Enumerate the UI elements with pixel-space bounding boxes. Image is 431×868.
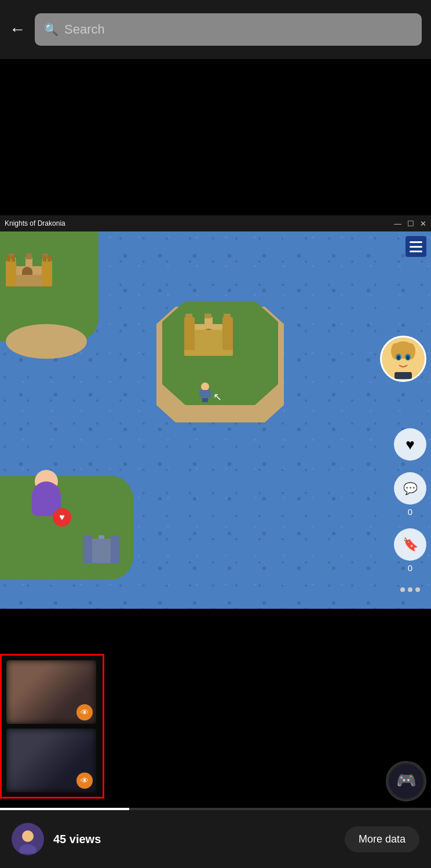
castle-icon-bottom-left — [81, 528, 122, 566]
svg-rect-41 — [202, 398, 205, 402]
close-button[interactable]: ✕ — [420, 219, 426, 228]
hamburger-line — [410, 246, 422, 248]
search-icon: 🔍 — [44, 23, 59, 36]
svg-rect-36 — [111, 535, 120, 563]
bottom-avatar[interactable] — [12, 823, 44, 855]
hamburger-line — [410, 241, 422, 243]
eye-icon-2: 👁 — [81, 776, 89, 785]
svg-point-53 — [406, 355, 410, 360]
bottom-avatar-image — [13, 825, 42, 854]
elf-character-avatar[interactable] — [380, 336, 426, 382]
game-character — [197, 382, 213, 404]
elf-face-svg — [383, 339, 423, 379]
hamburger-line — [410, 251, 422, 252]
title-bar: Knights of Drakonia — ☐ ✕ — [0, 215, 431, 231]
svg-rect-21 — [204, 314, 211, 318]
action-buttons: ♥ 💬 0 🔖 0 — [394, 428, 426, 592]
comment-count: 0 — [408, 507, 412, 517]
views-count: 45 views — [53, 833, 335, 846]
svg-rect-54 — [395, 372, 412, 379]
svg-rect-14 — [43, 256, 46, 262]
black-gap-area — [0, 59, 431, 215]
svg-rect-10 — [6, 260, 16, 286]
svg-rect-39 — [199, 390, 203, 397]
eye-badge-2: 👁 — [76, 773, 93, 789]
svg-rect-27 — [222, 317, 233, 350]
dot-2 — [408, 587, 412, 592]
like-button-container: ♥ — [394, 428, 426, 461]
game-title: Knights of Drakonia — [5, 219, 65, 227]
thumbnail-item-2[interactable]: 👁 — [6, 729, 96, 792]
thumbnail-item-1[interactable]: 👁 — [6, 660, 96, 724]
hamburger-menu-button[interactable] — [406, 236, 426, 257]
cursor-icon: ↖ — [213, 391, 222, 403]
svg-text:🎮: 🎮 — [396, 771, 417, 790]
svg-point-52 — [397, 355, 400, 360]
svg-rect-18 — [204, 317, 213, 326]
window-controls: — ☐ ✕ — [394, 219, 426, 228]
svg-rect-15 — [48, 256, 51, 262]
svg-point-58 — [22, 830, 34, 842]
search-bar[interactable]: 🔍 — [35, 13, 422, 46]
comment-button-container: 💬 0 — [394, 472, 426, 517]
svg-rect-26 — [184, 317, 195, 350]
svg-rect-11 — [42, 260, 52, 286]
dot-1 — [400, 587, 405, 592]
back-button[interactable]: ← — [9, 21, 25, 38]
character-sprite — [197, 382, 213, 402]
game-window: Knights of Drakonia — ☐ ✕ — [0, 215, 431, 609]
more-data-button[interactable]: More data — [345, 826, 419, 852]
castle-icon-top-left — [6, 243, 52, 289]
more-options-button[interactable] — [400, 587, 420, 592]
like-button[interactable]: ♥ — [394, 428, 426, 461]
bookmark-button-container: 🔖 0 — [394, 528, 426, 573]
svg-rect-5 — [26, 253, 32, 259]
bookmark-button[interactable]: 🔖 — [394, 528, 426, 561]
header: ← 🔍 — [0, 0, 431, 59]
eye-icon-1: 👁 — [81, 708, 89, 717]
bottom-bar: 45 views More data — [0, 810, 431, 868]
bottom-right-circular-thumbnail[interactable]: 🎮 — [386, 761, 426, 801]
castle-top-left — [6, 243, 52, 295]
minimize-button[interactable]: — — [394, 219, 401, 228]
circular-thumb-image: 🎮 — [389, 764, 423, 799]
svg-rect-42 — [205, 398, 208, 402]
svg-rect-35 — [83, 535, 92, 563]
heart-badge: ♥ — [53, 508, 71, 527]
purple-character: ♥ — [32, 481, 67, 522]
game-map: ↖ — [0, 231, 431, 609]
svg-rect-12 — [7, 256, 10, 262]
comment-button[interactable]: 💬 — [394, 472, 426, 505]
eye-badge-1: 👁 — [76, 704, 93, 720]
castle-center — [180, 307, 238, 361]
castle-bottom-left — [81, 528, 122, 568]
svg-point-37 — [201, 382, 209, 391]
search-input[interactable] — [64, 22, 412, 37]
svg-rect-40 — [207, 390, 211, 397]
maximize-button[interactable]: ☐ — [407, 219, 414, 228]
svg-rect-13 — [12, 256, 15, 262]
dot-3 — [415, 587, 420, 592]
castle-icon-center — [180, 307, 238, 359]
thumbnails-panel: 👁 👁 — [0, 654, 104, 799]
bookmark-count: 0 — [408, 563, 412, 573]
